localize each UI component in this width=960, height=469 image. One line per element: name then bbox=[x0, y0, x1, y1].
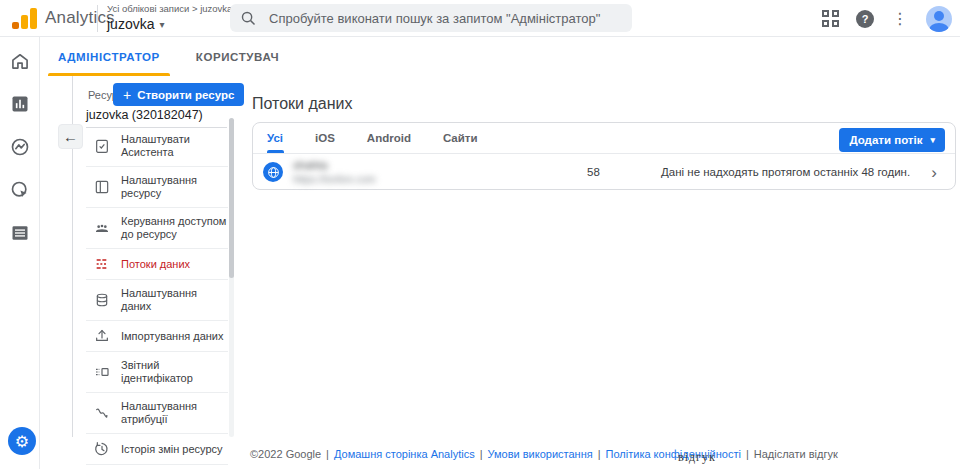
scrollbar-thumb[interactable] bbox=[229, 118, 234, 278]
footer-link-analytics-home[interactable]: Домашня сторінка Analytics bbox=[334, 448, 475, 460]
help-glyph: ? bbox=[862, 13, 869, 25]
search-icon bbox=[240, 10, 257, 27]
stream-row[interactable]: shahta https://torilon.com 58 Дані не на… bbox=[253, 154, 955, 190]
menu-item-label: Історія змін ресурсу bbox=[121, 443, 227, 456]
menu-item-label: Звітний ідентифікатор bbox=[121, 359, 227, 385]
menu-item-label: Потоки даних bbox=[121, 258, 227, 271]
search-input[interactable] bbox=[269, 11, 622, 26]
avatar-person-icon bbox=[934, 11, 944, 21]
header-actions: ? ⋮ bbox=[822, 0, 956, 37]
data-streams-icon bbox=[94, 256, 110, 272]
chevron-down-icon: ▾ bbox=[930, 135, 935, 145]
left-nav-rail: ⚙ bbox=[0, 37, 40, 469]
footer-link-privacy[interactable]: Політика конфіденційності bbox=[606, 448, 741, 460]
menu-item-label: Налаштувати Асистента bbox=[121, 133, 227, 159]
top-app-bar: Analytics Усі облікові записи > juzovka … bbox=[0, 0, 960, 37]
add-stream-label: Додати потік bbox=[849, 134, 922, 146]
stream-identity: shahta https://torilon.com bbox=[293, 159, 553, 185]
gear-glyph: ⚙ bbox=[15, 432, 29, 451]
search-bar[interactable] bbox=[230, 4, 632, 32]
configure-icon[interactable] bbox=[10, 223, 30, 243]
admin-tabbar: АДМІНІСТРАТОР КОРИСТУВАЧ bbox=[40, 37, 297, 76]
footer-feedback-link[interactable]: Надіслати відгук bbox=[754, 448, 838, 460]
plus-icon: + bbox=[123, 87, 131, 103]
create-property-button[interactable]: + Створити ресурс bbox=[113, 83, 244, 106]
globe-icon bbox=[263, 162, 283, 182]
menu-item-label: Налаштування даних bbox=[121, 287, 227, 313]
create-property-label: Створити ресурс bbox=[137, 89, 234, 101]
stream-tab-all[interactable]: Усі bbox=[253, 123, 299, 153]
menu-item-property-settings[interactable]: Налаштування ресурсу bbox=[86, 167, 228, 208]
home-icon[interactable] bbox=[10, 51, 30, 71]
chevron-right-icon[interactable]: › bbox=[931, 164, 937, 181]
chevron-down-icon: ▾ bbox=[159, 19, 164, 30]
footer-separator: | bbox=[480, 448, 483, 460]
stream-tab-web[interactable]: Сайти bbox=[427, 123, 494, 153]
clipboard-check-icon bbox=[94, 138, 110, 154]
advertising-icon[interactable] bbox=[10, 180, 30, 200]
account-switcher[interactable]: Усі облікові записи > juzovka juzovka ▾ bbox=[107, 3, 232, 32]
analytics-logo-icon bbox=[12, 8, 37, 29]
collapse-arrow-icon[interactable]: ← bbox=[58, 124, 83, 149]
tab-user[interactable]: КОРИСТУВАЧ bbox=[178, 37, 297, 76]
stream-status: Дані не надходять протягом останніх 48 г… bbox=[661, 166, 910, 178]
menu-item-data-settings[interactable]: Налаштування даних bbox=[86, 280, 228, 321]
explore-icon[interactable] bbox=[10, 137, 30, 157]
menu-item-data-deletion-requests[interactable]: Dd Запити на видалення даних bbox=[86, 465, 228, 469]
add-stream-button[interactable]: Додати потік ▾ bbox=[839, 128, 945, 152]
help-icon[interactable]: ? bbox=[856, 10, 874, 28]
breadcrumb: Усі облікові записи > juzovka bbox=[107, 3, 232, 14]
database-icon bbox=[94, 292, 110, 308]
copyright: ©2022 Google bbox=[250, 448, 321, 460]
stream-events-count: 58 bbox=[587, 166, 600, 178]
stream-name: shahta bbox=[293, 159, 553, 171]
upload-icon bbox=[94, 328, 110, 344]
account-name: juzovka bbox=[107, 16, 154, 32]
data-streams-card: Усі iOS Android Сайти Додати потік ▾ sha… bbox=[252, 122, 956, 190]
menu-item-reporting-identity[interactable]: Звітний ідентифікатор bbox=[86, 352, 228, 393]
menu-item-data-import[interactable]: Імпортування даних bbox=[86, 321, 228, 352]
identity-icon bbox=[94, 364, 110, 380]
history-icon bbox=[94, 441, 110, 457]
tab-administrator[interactable]: АДМІНІСТРАТОР bbox=[40, 37, 178, 76]
account-name-dropdown[interactable]: juzovka ▾ bbox=[107, 16, 232, 32]
menu-item-label: Налаштування атрибуції bbox=[121, 400, 227, 426]
footer: ©2022 Google | Домашня сторінка Analytic… bbox=[250, 448, 838, 460]
menu-item-data-streams[interactable]: Потоки даних bbox=[86, 249, 228, 280]
stream-tab-android[interactable]: Android bbox=[351, 123, 427, 153]
stream-url: https://torilon.com bbox=[293, 173, 553, 185]
menu-item-change-history[interactable]: Історія змін ресурсу bbox=[86, 434, 228, 465]
header-divider bbox=[97, 5, 98, 32]
menu-item-access-management[interactable]: Керування доступом до ресурсу bbox=[86, 208, 228, 249]
footer-link-terms[interactable]: Умови використання bbox=[488, 448, 593, 460]
menu-item-attribution-settings[interactable]: Налаштування атрибуції bbox=[86, 393, 228, 434]
property-selector[interactable]: juzovka (320182047) bbox=[86, 108, 227, 128]
footer-separator: | bbox=[598, 448, 601, 460]
menu-item-label: Керування доступом до ресурсу bbox=[121, 215, 227, 241]
avatar[interactable] bbox=[926, 6, 952, 32]
reports-icon[interactable] bbox=[10, 94, 30, 114]
footer-separator: | bbox=[746, 448, 749, 460]
kebab-menu-icon[interactable]: ⋮ bbox=[890, 10, 910, 28]
page-title: Потоки даних bbox=[252, 95, 352, 113]
analytics-logo[interactable]: Analytics bbox=[12, 7, 115, 29]
property-menu: Налаштувати Асистента Налаштування ресур… bbox=[86, 126, 228, 469]
menu-item-label: Налаштування ресурсу bbox=[121, 174, 227, 200]
logo-text: Analytics bbox=[45, 8, 115, 29]
menu-item-label: Імпортування даних bbox=[121, 330, 227, 343]
footer-separator: | bbox=[326, 448, 329, 460]
admin-gear-icon[interactable]: ⚙ bbox=[8, 427, 36, 455]
analytics-admin-page: Analytics Усі облікові записи > juzovka … bbox=[0, 0, 960, 469]
people-icon bbox=[94, 220, 110, 236]
menu-item-setup-assistant[interactable]: Налаштувати Асистента bbox=[86, 126, 228, 167]
panel-scrollbar bbox=[229, 118, 234, 437]
footer-overlay-text: відгук bbox=[678, 450, 716, 465]
stream-tab-ios[interactable]: iOS bbox=[299, 123, 351, 153]
apps-grid-icon[interactable] bbox=[822, 10, 840, 28]
property-settings-icon bbox=[94, 179, 110, 195]
attribution-icon bbox=[94, 405, 110, 421]
